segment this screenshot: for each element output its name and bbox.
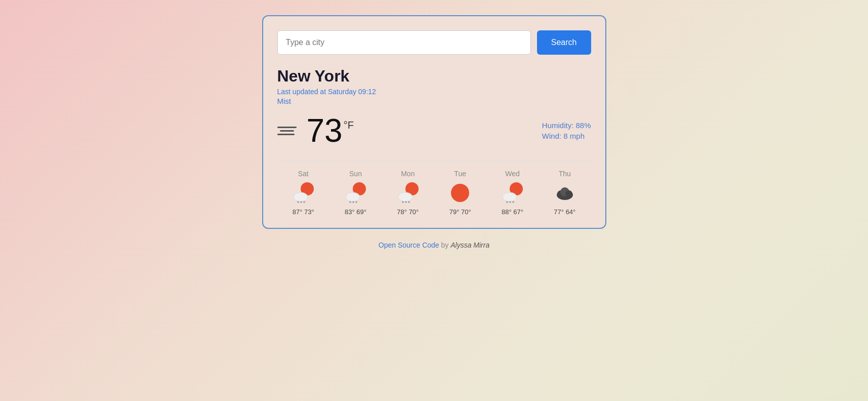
forecast-temps-sun: 83° 69° — [345, 208, 366, 216]
wind-text: Wind: 8 mph — [542, 132, 591, 140]
forecast-icon-sun — [344, 182, 366, 204]
forecast-temps-wed: 88° 67° — [502, 208, 523, 216]
day-label-wed: Wed — [505, 170, 520, 178]
forecast-temps-mon: 78° 70° — [397, 208, 419, 216]
mist-line-2 — [280, 130, 294, 132]
forecast-icon-sat — [292, 182, 314, 204]
open-source-link[interactable]: Open Source Code — [379, 241, 439, 249]
condition-text: Mist — [277, 97, 591, 105]
svg-point-4 — [303, 201, 305, 203]
forecast-temps-sat: 87° 73° — [293, 208, 314, 216]
forecast-day-thu: Thu 77° 64° — [539, 170, 591, 216]
forecast-day-sun: Sun 83° 69° — [329, 170, 382, 216]
forecast-icon-wed — [501, 182, 523, 204]
search-button[interactable]: Search — [537, 30, 591, 55]
svg-point-6 — [346, 192, 360, 202]
weather-details: Humidity: 88% Wind: 8 mph — [542, 121, 591, 140]
footer: Open Source Code by Alyssa Mirra — [379, 241, 489, 249]
city-search-input[interactable] — [277, 30, 531, 55]
svg-point-3 — [300, 201, 302, 203]
temperature-display: 73 °F — [307, 114, 354, 147]
svg-point-14 — [408, 201, 410, 203]
svg-point-24 — [565, 190, 572, 197]
forecast-temps-tue: 79° 70° — [449, 208, 471, 216]
forecast-icon-mon — [397, 182, 419, 204]
day-label-thu: Thu — [559, 170, 571, 178]
temperature-unit: °F — [344, 119, 354, 131]
svg-point-1 — [294, 192, 308, 202]
svg-point-8 — [352, 201, 354, 203]
mist-icon — [277, 127, 297, 135]
mist-line-3 — [277, 134, 295, 135]
svg-point-7 — [349, 201, 351, 203]
svg-point-13 — [405, 201, 407, 203]
forecast-day-sat: Sat 87° 73° — [277, 170, 329, 216]
day-label-sat: Sat — [298, 170, 309, 178]
forecast-day-tue: Tue 79° 70° — [434, 170, 486, 216]
forecast-row: Sat 87° 73° Sun — [277, 161, 591, 216]
current-weather-block: 73 °F Humidity: 88% Wind: 8 mph — [277, 114, 591, 147]
svg-point-15 — [451, 184, 469, 202]
svg-point-20 — [512, 201, 514, 203]
day-label-mon: Mon — [401, 170, 415, 178]
forecast-icon-thu — [554, 182, 576, 204]
humidity-text: Humidity: 88% — [542, 121, 591, 130]
forecast-temps-thu: 77° 64° — [554, 208, 575, 216]
day-label-sun: Sun — [349, 170, 362, 178]
svg-point-18 — [506, 201, 508, 203]
footer-by: by — [439, 241, 451, 249]
svg-point-11 — [398, 192, 412, 202]
svg-point-9 — [355, 201, 357, 203]
footer-author: Alyssa Mirra — [450, 241, 489, 249]
search-row: Search — [277, 30, 591, 55]
temperature-value: 73 — [307, 114, 343, 147]
day-label-tue: Tue — [454, 170, 466, 178]
svg-point-2 — [297, 201, 299, 203]
city-name: New York — [277, 67, 591, 86]
svg-point-12 — [402, 201, 404, 203]
forecast-day-mon: Mon 78° 70° — [382, 170, 434, 216]
forecast-day-wed: Wed 88° 67° — [486, 170, 539, 216]
svg-point-17 — [503, 192, 517, 202]
mist-line-1 — [277, 127, 297, 128]
last-updated: Last updated at Saturday 09:12 — [277, 88, 591, 96]
svg-point-19 — [509, 201, 511, 203]
forecast-icon-tue — [449, 182, 471, 204]
weather-card: Search New York Last updated at Saturday… — [262, 15, 606, 229]
